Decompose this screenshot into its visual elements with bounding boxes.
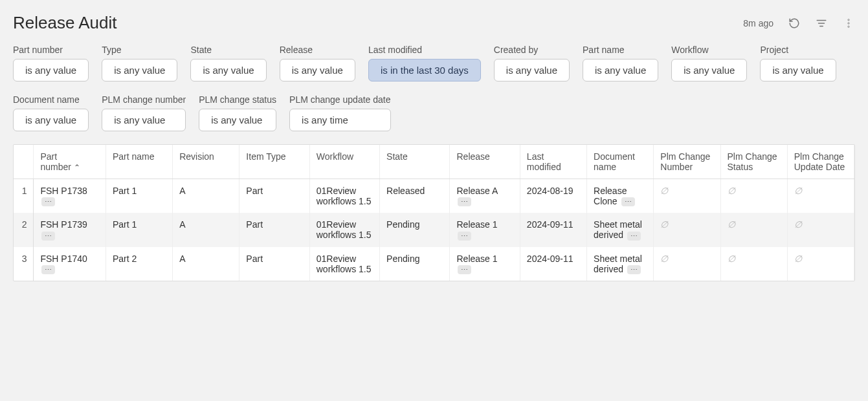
cell-part-number: FSH P1738 ⋯	[34, 179, 106, 213]
col-header-plm_num[interactable]: Plm Change Number	[654, 145, 720, 179]
filter-pill-project[interactable]: is any value	[760, 59, 836, 81]
filter-state: Stateis any value	[190, 45, 266, 81]
more-icon[interactable]	[842, 17, 855, 30]
cell-plm-number: ∅	[654, 247, 720, 281]
filter-label: Workflow	[671, 45, 747, 55]
cell-plm-number: ∅	[654, 179, 720, 213]
filter-release: Releaseis any value	[280, 45, 355, 81]
cell-part-name: Part 2	[106, 247, 172, 281]
table-row[interactable]: 1FSH P1738 ⋯Part 1APart01Review workflow…	[14, 179, 854, 213]
cell-state: Released	[380, 179, 450, 213]
cell-workflow: 01Review workflows 1.5	[309, 179, 379, 213]
table-row[interactable]: 3FSH P1740 ⋯Part 2APart01Review workflow…	[14, 247, 854, 281]
filter-pill-workflow[interactable]: is any value	[671, 59, 747, 81]
last-refreshed: 8m ago	[743, 18, 773, 28]
cell-doc-name: Release Clone ⋯	[587, 179, 654, 213]
truncated-icon[interactable]: ⋯	[627, 232, 641, 241]
filter-plm-change-status: PLM change statusis any value	[199, 94, 276, 131]
filter-created-by: Created byis any value	[494, 45, 570, 81]
col-header-state[interactable]: State	[380, 145, 450, 179]
page-title: Release Audit	[13, 13, 117, 33]
table-body: 1FSH P1738 ⋯Part 1APart01Review workflow…	[14, 179, 854, 281]
filter-pill-plm-change-number[interactable]: is any value	[102, 109, 186, 131]
truncated-icon[interactable]: ⋯	[41, 197, 55, 206]
filter-icon[interactable]	[815, 17, 828, 30]
filter-pill-state[interactable]: is any value	[190, 59, 266, 81]
truncated-icon[interactable]: ⋯	[41, 232, 55, 241]
header-actions: 8m ago	[743, 17, 855, 30]
filter-pill-last-modified[interactable]: is in the last 30 days	[368, 59, 481, 81]
filter-label: PLM change number	[102, 94, 186, 105]
cell-item-type: Part	[239, 247, 309, 281]
cell-item-type: Part	[239, 213, 309, 246]
filter-plm-change-number: PLM change numberis any value	[102, 94, 186, 131]
col-header-doc_name[interactable]: Document name	[587, 145, 654, 179]
truncated-icon[interactable]: ⋯	[458, 265, 471, 274]
col-header-part_name[interactable]: Part name	[106, 145, 172, 179]
filter-part-number: Part numberis any value	[13, 45, 89, 81]
filter-label: Project	[760, 45, 836, 55]
filter-pill-type[interactable]: is any value	[102, 59, 177, 81]
cell-workflow: 01Review workflows 1.5	[309, 247, 379, 281]
filter-label: State	[190, 45, 266, 55]
cell-release: Release 1 ⋯	[450, 213, 520, 246]
truncated-icon[interactable]: ⋯	[458, 232, 471, 241]
col-header-workflow[interactable]: Workflow	[309, 145, 379, 179]
results-table: Part number⌃Part nameRevisionItem TypeWo…	[14, 145, 854, 281]
cell-plm-update: ∅	[787, 247, 854, 281]
truncated-icon[interactable]: ⋯	[41, 265, 55, 274]
cell-plm-status: ∅	[720, 179, 787, 213]
filter-label: Release	[280, 45, 355, 55]
col-header-release[interactable]: Release	[450, 145, 520, 179]
filter-pill-created-by[interactable]: is any value	[494, 59, 570, 81]
page-header: Release Audit 8m ago	[13, 13, 855, 33]
col-header-revision[interactable]: Revision	[173, 145, 239, 179]
svg-point-5	[848, 26, 849, 27]
cell-part-name: Part 1	[106, 213, 172, 246]
cell-doc-name: Sheet metal derived ⋯	[587, 213, 654, 246]
filter-label: Part number	[13, 45, 89, 55]
col-header-item_type[interactable]: Item Type	[239, 145, 309, 179]
cell-plm-number: ∅	[654, 213, 720, 246]
filter-last-modified: Last modifiedis in the last 30 days	[368, 45, 481, 81]
cell-plm-update: ∅	[787, 213, 854, 246]
filter-label: Created by	[494, 45, 570, 55]
filter-plm-change-update: PLM change update dateis any time	[289, 94, 390, 131]
filter-pill-plm-change-status[interactable]: is any value	[199, 109, 276, 131]
cell-doc-name: Sheet metal derived ⋯	[587, 247, 654, 281]
sort-asc-icon: ⌃	[74, 163, 80, 172]
cell-state: Pending	[380, 247, 450, 281]
filter-type: Typeis any value	[102, 45, 177, 81]
filter-label: Document name	[13, 94, 89, 105]
filter-label: Part name	[583, 45, 658, 55]
truncated-icon[interactable]: ⋯	[627, 265, 641, 274]
filter-pill-part-number[interactable]: is any value	[13, 59, 89, 81]
filter-pill-part-name[interactable]: is any value	[583, 59, 658, 81]
svg-point-3	[848, 19, 849, 20]
cell-revision: A	[173, 179, 239, 213]
truncated-icon[interactable]: ⋯	[621, 197, 635, 206]
filter-pill-release[interactable]: is any value	[280, 59, 355, 81]
cell-workflow: 01Review workflows 1.5	[309, 213, 379, 246]
svg-point-4	[848, 22, 849, 23]
col-header-last_modified[interactable]: Last modified	[520, 145, 586, 179]
row-index: 1	[14, 179, 34, 213]
col-header-plm_status[interactable]: Plm Change Status	[720, 145, 787, 179]
filter-label: Type	[102, 45, 177, 55]
table-row[interactable]: 2FSH P1739 ⋯Part 1APart01Review workflow…	[14, 213, 854, 246]
filter-label: PLM change update date	[289, 94, 390, 105]
col-header-plm_update[interactable]: Plm Change Update Date	[787, 145, 854, 179]
refresh-icon[interactable]	[788, 17, 801, 30]
filter-pill-document-name[interactable]: is any value	[13, 109, 89, 131]
table-header-row: Part number⌃Part nameRevisionItem TypeWo…	[14, 145, 854, 179]
cell-part-name: Part 1	[106, 179, 172, 213]
filter-pill-plm-change-update[interactable]: is any time	[289, 109, 390, 131]
filter-project: Projectis any value	[760, 45, 836, 81]
col-header-part_number[interactable]: Part number⌃	[34, 145, 106, 179]
row-index: 3	[14, 247, 34, 281]
cell-release: Release A ⋯	[450, 179, 520, 213]
filter-label: PLM change status	[199, 94, 276, 105]
cell-part-number: FSH P1739 ⋯	[34, 213, 106, 246]
truncated-icon[interactable]: ⋯	[458, 197, 471, 206]
cell-item-type: Part	[239, 179, 309, 213]
